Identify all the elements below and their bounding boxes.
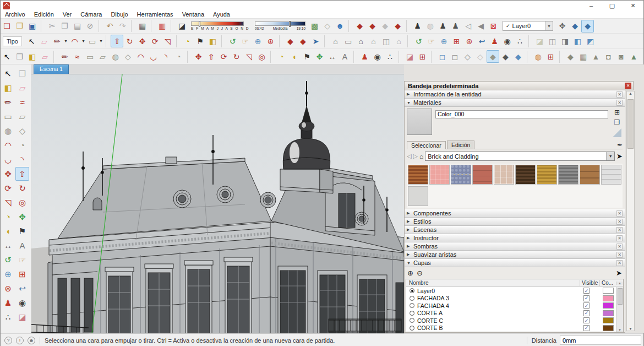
panel-section-header[interactable]: ▶ Suavizar aristas ✕ xyxy=(405,251,625,259)
xray-style-tool[interactable]: ◻ xyxy=(436,50,449,63)
paint-bucket-tool[interactable]: ◧ xyxy=(206,35,219,47)
layer-row[interactable]: FACHADA 4 ✓ xyxy=(406,302,616,310)
shadow-month-slider[interactable]: E F M A M J J A S O N D xyxy=(191,21,249,30)
look-around-tool[interactable]: ◉ xyxy=(501,35,514,47)
previous-view-tool[interactable]: ↩ xyxy=(476,35,488,47)
add-location-tool[interactable]: ▩ xyxy=(308,20,321,33)
text-tool[interactable]: ⚑ xyxy=(15,224,29,238)
display-section-cuts-tool[interactable]: ◨ xyxy=(559,35,571,47)
add-detail-tool[interactable]: ▲ xyxy=(627,50,640,63)
arc-tool[interactable]: ◠ xyxy=(134,50,147,63)
section-close-icon[interactable]: ✕ xyxy=(616,252,623,258)
get-models-tool[interactable]: ◆ xyxy=(353,20,366,33)
rotate-tool[interactable]: ⟳ xyxy=(1,181,15,195)
new-file-tool[interactable]: ❏ xyxy=(1,20,13,33)
red-grid-tool[interactable]: ⊞ xyxy=(544,50,557,63)
line-tool[interactable]: ✏ xyxy=(1,95,15,109)
zoom-tool[interactable]: ⊕ xyxy=(1,267,15,281)
hidden-line-style-tool[interactable]: ◇ xyxy=(474,50,487,63)
layer-radio[interactable] xyxy=(410,318,414,323)
rotate-tool[interactable]: ⟳ xyxy=(149,35,161,47)
make-component-tool[interactable]: ❒ xyxy=(13,50,26,63)
layer-radio[interactable] xyxy=(410,326,414,331)
offset-tool[interactable]: ◎ xyxy=(15,196,29,209)
section-close-icon[interactable]: ✕ xyxy=(616,210,623,217)
zoom-tool[interactable]: ⊕ xyxy=(438,35,450,47)
section-close-icon[interactable]: ✕ xyxy=(616,227,623,233)
menu-item[interactable]: Edición xyxy=(30,11,58,18)
wireframe-style-tool[interactable]: ◇ xyxy=(461,50,474,63)
compass-tool[interactable]: ✥ xyxy=(556,20,569,33)
position-camera-tool[interactable]: ♟ xyxy=(358,50,371,63)
remove-layer-icon[interactable]: ⊖ xyxy=(417,269,423,277)
menu-item[interactable]: Archivo xyxy=(1,11,30,18)
select-tool[interactable]: ↖ xyxy=(1,67,15,80)
layer-visible-checkbox[interactable]: ✓ xyxy=(583,317,590,323)
material-brick-rough[interactable] xyxy=(408,165,428,185)
line-dropdown-caret[interactable]: ▾ xyxy=(63,35,68,47)
close-button[interactable]: ✕ xyxy=(623,1,643,10)
rectangle-tool[interactable]: ▭ xyxy=(84,50,96,63)
scale-tool[interactable]: ◹ xyxy=(161,35,174,47)
line-tool[interactable]: ✏ xyxy=(51,35,63,47)
camera-figure-tool[interactable]: ♟ xyxy=(436,20,449,33)
layer-visible-checkbox[interactable]: ✓ xyxy=(583,302,590,309)
tape-measure-tool[interactable]: ◔ xyxy=(275,50,288,63)
dimensions-tool[interactable]: ↔ xyxy=(1,239,15,252)
layer-color-swatch[interactable] xyxy=(603,325,614,331)
secondary-pane-icon[interactable]: ❒ xyxy=(614,118,620,126)
pie-tool[interactable]: ◔ xyxy=(172,50,185,63)
materials-tab[interactable]: Seleccionar xyxy=(407,141,446,149)
follow-me-tool[interactable]: ↻ xyxy=(123,35,136,47)
tray-scrollbar[interactable]: ▲ ▼ xyxy=(626,91,635,331)
view-front-tool[interactable]: ⌂ xyxy=(354,35,367,47)
layer-color-swatch[interactable] xyxy=(603,295,614,301)
section-entity-info[interactable]: ▶ Información de la entidad ✕ xyxy=(405,90,625,99)
text-tool[interactable]: ⚑ xyxy=(301,50,313,63)
display-section-planes-tool[interactable]: ◫ xyxy=(546,35,559,47)
position-camera-tool[interactable]: ♟ xyxy=(411,20,424,33)
sample-paint-icon[interactable]: ✒ xyxy=(617,141,623,149)
rotated-rectangle-tool[interactable]: ▱ xyxy=(15,110,29,123)
expand-arrow-icon[interactable]: ▶ xyxy=(407,211,413,215)
panel-section-header[interactable]: ▶ Estilos ✕ xyxy=(405,218,625,226)
shadow-toggle-tool[interactable]: ◪ xyxy=(176,20,188,33)
polygon-tool[interactable]: ◇ xyxy=(122,50,134,63)
layer-row[interactable]: FACHADA 3 ✓ xyxy=(406,295,616,302)
walk-tool[interactable]: ∴ xyxy=(514,35,526,47)
add-layer-icon[interactable]: ⊕ xyxy=(407,269,413,277)
drape-tool[interactable]: ◙ xyxy=(615,50,627,63)
menu-item[interactable]: Cámara xyxy=(76,11,106,18)
share-model-tool[interactable]: ◆ xyxy=(366,20,379,33)
back-edges-cube-tool[interactable]: ◆ xyxy=(569,20,581,33)
menu-item[interactable]: Herramientas xyxy=(133,11,178,18)
back-edges-style-tool[interactable]: ◻ xyxy=(449,50,461,63)
section-plane-tool[interactable]: ◪ xyxy=(533,35,546,47)
offset-tool[interactable]: ◎ xyxy=(255,50,268,63)
layer-color-swatch[interactable] xyxy=(603,288,614,294)
zoom-tool[interactable]: ⊕ xyxy=(252,35,264,47)
material-yellow-brick[interactable] xyxy=(537,165,557,185)
month-slider-handle[interactable] xyxy=(199,21,200,27)
scroll-thumb[interactable] xyxy=(618,288,623,305)
share-model-tool[interactable]: ◆ xyxy=(297,35,309,47)
scroll-up-icon[interactable]: ▲ xyxy=(616,282,623,285)
section-close-icon[interactable]: ✕ xyxy=(616,244,623,250)
arc-tool[interactable]: ◠ xyxy=(1,138,15,152)
toggle-terrain-tool[interactable]: ◇ xyxy=(321,20,334,33)
face-camera-tool[interactable]: ◁ xyxy=(462,20,474,33)
three-point-arc-tool[interactable]: ◝ xyxy=(160,50,172,63)
panel-section-header[interactable]: ▶ Instructor ✕ xyxy=(405,234,625,242)
circle-tool[interactable]: ◍ xyxy=(109,50,122,63)
open-file-tool[interactable]: ❒ xyxy=(13,20,26,33)
pie-tool[interactable]: ◔ xyxy=(15,138,29,152)
pan-tool[interactable]: ☞ xyxy=(239,35,252,47)
orbit-tool[interactable]: ↺ xyxy=(226,35,239,47)
expand-arrow-icon[interactable]: ▶ xyxy=(407,228,413,232)
two-point-arc-tool[interactable]: ◡ xyxy=(147,50,160,63)
section-plane-tool[interactable]: ◪ xyxy=(15,310,29,324)
help-icon[interactable]: ? xyxy=(4,337,12,344)
layer-dropdown-caret-icon[interactable]: ▼ xyxy=(545,21,553,30)
print-tool[interactable]: ▦ xyxy=(136,20,149,33)
look-around-tool[interactable]: ◉ xyxy=(371,50,384,63)
